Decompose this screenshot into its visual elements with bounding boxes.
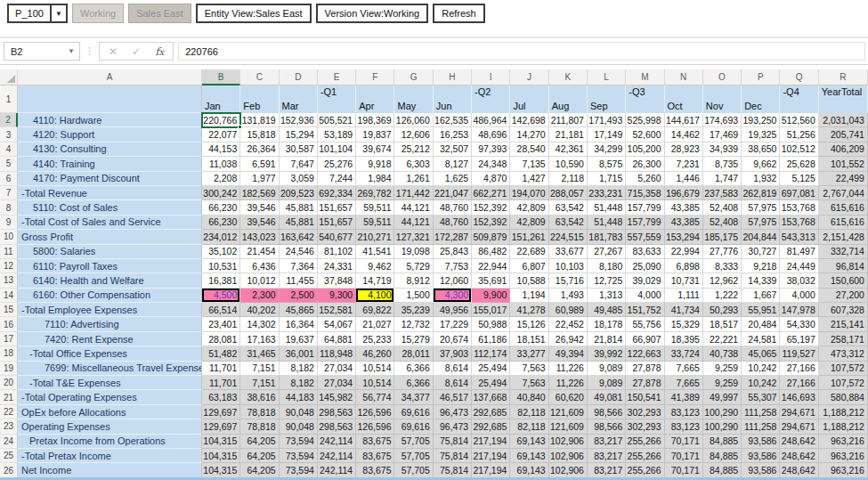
cell-D5[interactable]: 7,647 (280, 157, 318, 171)
cell-F2[interactable]: 198,369 (356, 113, 394, 127)
refresh-button[interactable]: Refresh (433, 4, 485, 23)
cell-F13[interactable]: 14,719 (356, 273, 394, 288)
column-header-K[interactable]: K (549, 69, 588, 85)
cell-Q2[interactable]: 512,560 (780, 113, 818, 127)
cell-E17[interactable]: 64,881 (318, 332, 356, 346)
cell-D4[interactable]: 30,587 (280, 142, 318, 157)
cell-O19[interactable]: 9,259 (703, 362, 742, 376)
cell-K14[interactable]: 1,493 (549, 289, 588, 303)
cell-J25[interactable]: 69,143 (510, 449, 548, 463)
cell-R4[interactable]: 406,209 (819, 142, 868, 157)
cell-P22[interactable]: 111,258 (742, 405, 780, 419)
cell-N2[interactable]: 144,617 (665, 113, 703, 127)
cell-R24[interactable]: 963,216 (819, 435, 868, 449)
cell-E9[interactable]: 151,657 (318, 216, 356, 230)
cell-E7[interactable]: 692,334 (318, 186, 356, 200)
cell-N8[interactable]: 43,385 (665, 200, 703, 215)
cell-C2[interactable]: 131,819 (240, 113, 279, 127)
cell-K24[interactable]: 102,906 (549, 435, 588, 449)
column-header-N[interactable]: N (665, 69, 703, 85)
cell-M25[interactable]: 255,266 (626, 449, 664, 463)
cell-J5[interactable]: 7,135 (510, 157, 548, 171)
column-header-Q[interactable]: Q (780, 69, 818, 85)
cell-D26[interactable]: 73,594 (280, 463, 318, 477)
row-header-18[interactable]: 18 (0, 346, 18, 361)
cell-I2[interactable]: 486,964 (472, 113, 510, 127)
cell-L25[interactable]: 83,217 (588, 449, 626, 463)
row-header-2[interactable]: 2 (0, 113, 18, 127)
cell-L18[interactable]: 39,992 (588, 346, 626, 361)
cell-O13[interactable]: 12,962 (703, 273, 742, 288)
cell-I21[interactable]: 137,668 (472, 390, 510, 404)
row-header-24[interactable]: 24 (0, 435, 18, 449)
cell-A14-member-label[interactable]: 6160: Other Compensation (18, 289, 202, 303)
page-member-selector[interactable]: P_100 ▼ (7, 4, 68, 23)
cell-B24[interactable]: 104,315 (202, 435, 240, 449)
cell-A8-member-label[interactable]: 5110: Cost of Sales (18, 200, 202, 215)
cell-P7[interactable]: 262,819 (742, 186, 780, 200)
cell-M6[interactable]: 5,260 (626, 172, 664, 186)
cell-D9[interactable]: 45,881 (280, 216, 318, 230)
cell-P2[interactable]: 193,250 (742, 113, 780, 127)
cell-H16[interactable]: 17,229 (434, 317, 472, 331)
row-header-14[interactable]: 14 (0, 289, 18, 303)
cell-Q10[interactable]: 543,313 (780, 230, 818, 244)
cell-L15[interactable]: 49,485 (588, 303, 626, 317)
cell-P15[interactable]: 55,951 (742, 303, 780, 317)
cell-O8[interactable]: 52,408 (703, 200, 742, 215)
cell-L17[interactable]: 21,814 (588, 332, 626, 346)
cell-B7[interactable]: 300,242 (202, 186, 240, 200)
cell-F3[interactable]: 19,837 (356, 127, 394, 142)
cell-L1[interactable]: Sep (588, 85, 626, 113)
cell-E25[interactable]: 242,114 (318, 449, 356, 463)
cell-A25-member-label[interactable]: -Total Pretax Income (18, 449, 202, 463)
cell-B11[interactable]: 35,102 (202, 245, 240, 259)
cell-N13[interactable]: 10,731 (665, 273, 703, 288)
cell-E16[interactable]: 54,067 (318, 317, 356, 331)
cell-Q8[interactable]: 153,768 (780, 200, 818, 215)
cell-N15[interactable]: 41,734 (665, 303, 703, 317)
cell-Q24[interactable]: 248,642 (780, 435, 818, 449)
column-header-D[interactable]: D (280, 69, 318, 85)
cell-G1[interactable]: May (394, 85, 433, 113)
cell-J8[interactable]: 42,809 (510, 200, 548, 215)
cell-H8[interactable]: 48,760 (434, 200, 472, 215)
cell-A20-member-label[interactable]: -Total T&E Expenses (18, 376, 202, 390)
cell-N25[interactable]: 70,171 (665, 449, 703, 463)
cell-R21[interactable]: 580,884 (819, 390, 868, 404)
cell-G19[interactable]: 6,366 (394, 362, 433, 376)
cell-H3[interactable]: 16,253 (434, 127, 472, 142)
cell-G7[interactable]: 171,442 (394, 186, 433, 200)
cell-I19[interactable]: 25,494 (472, 362, 510, 376)
cell-O25[interactable]: 84,885 (703, 449, 742, 463)
cell-M1[interactable]: -Q3 (626, 85, 664, 113)
cell-H4[interactable]: 32,507 (434, 142, 472, 157)
cell-B25[interactable]: 104,315 (202, 449, 240, 463)
cell-K5[interactable]: 10,590 (549, 157, 588, 171)
cell-E4[interactable]: 101,104 (318, 142, 356, 157)
cell-I3[interactable]: 48,696 (472, 127, 510, 142)
cell-I16[interactable]: 50,988 (472, 317, 510, 331)
cell-C16[interactable]: 14,302 (240, 317, 279, 331)
cell-M16[interactable]: 55,756 (626, 317, 664, 331)
cell-H12[interactable]: 7,753 (434, 259, 472, 273)
cell-O3[interactable]: 17,469 (703, 127, 742, 142)
cell-C26[interactable]: 64,205 (240, 463, 279, 477)
cell-L8[interactable]: 51,448 (588, 200, 626, 215)
cell-P6[interactable]: 1,932 (742, 172, 780, 186)
cell-G2[interactable]: 126,060 (394, 113, 433, 127)
cell-I23[interactable]: 292,685 (472, 419, 510, 434)
cell-M12[interactable]: 25,090 (626, 259, 664, 273)
cell-F24[interactable]: 83,675 (356, 435, 394, 449)
cell-G9[interactable]: 44,121 (394, 216, 433, 230)
cell-Q1[interactable]: -Q4 (780, 85, 818, 113)
row-header-23[interactable]: 23 (0, 419, 18, 434)
cell-B3[interactable]: 22,077 (202, 127, 240, 142)
cell-O4[interactable]: 34,939 (703, 142, 742, 157)
cell-K12[interactable]: 10,103 (549, 259, 588, 273)
cell-Q14[interactable]: 4,000 (780, 289, 818, 303)
chevron-down-icon[interactable]: ▼ (68, 47, 75, 55)
cell-G5[interactable]: 6,303 (394, 157, 433, 171)
cell-G15[interactable]: 35,239 (394, 303, 433, 317)
cell-R6[interactable]: 22,499 (819, 172, 868, 186)
